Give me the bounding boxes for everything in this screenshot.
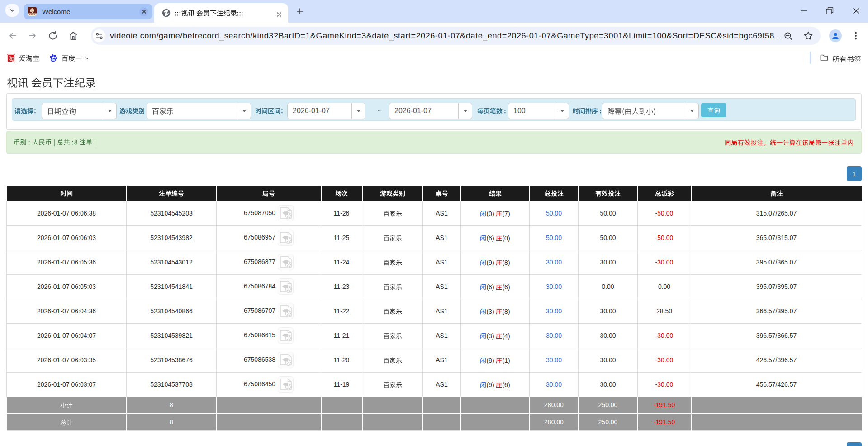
svg-text:du: du [52, 58, 55, 61]
